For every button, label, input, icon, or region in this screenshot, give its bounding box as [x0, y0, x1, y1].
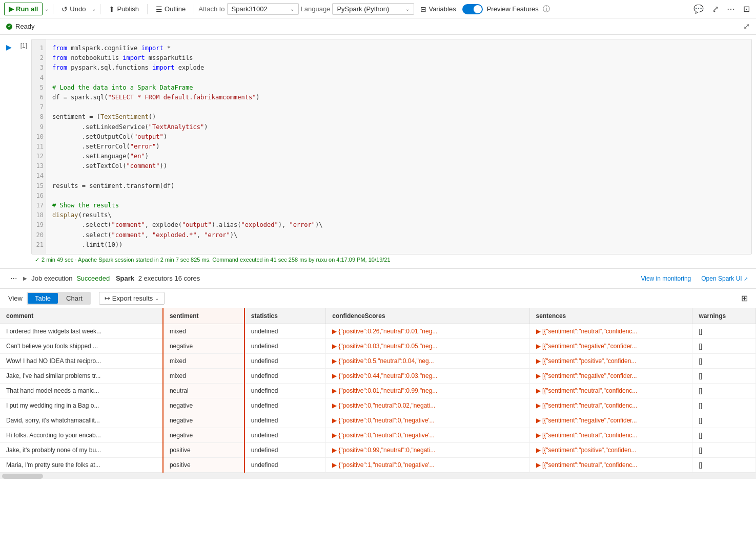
cell-sentiment: negative	[163, 338, 244, 353]
open-spark-ui-label: Open Spark UI	[701, 275, 742, 282]
view-tab-group: Table Chart	[27, 292, 91, 305]
cell-warnings: []	[692, 428, 756, 442]
undo-button[interactable]: ↺ Undo	[57, 3, 90, 15]
cell-statistics: undefined	[244, 413, 326, 428]
code-text[interactable]: from mmlspark.cognitive import * from no…	[46, 39, 751, 254]
cell-confidence-scores[interactable]: ▶ {"positive":0.5,"neutral":0.04,"neg...	[326, 353, 529, 368]
publish-icon: ⬆	[109, 5, 115, 13]
cell-sentences[interactable]: ▶ [{"sentiment":"negative","confider...	[529, 413, 692, 428]
layout-icon-button[interactable]: ⊡	[741, 2, 752, 16]
cell-comment: Wow! I had NO IDEA that recipro...	[0, 353, 163, 368]
cell-statistics: undefined	[244, 428, 326, 442]
variables-button[interactable]: ⊟ Variables	[416, 3, 460, 15]
divider-1	[53, 4, 53, 14]
language-label: Language	[301, 5, 331, 13]
cell-sentences[interactable]: ▶ [{"sentiment":"neutral","confidenc...	[529, 457, 692, 472]
scroll-thumb[interactable]	[2, 474, 43, 479]
cell-confidence-scores[interactable]: ▶ {"positive":0,"neutral":0,"negative'..…	[326, 428, 529, 442]
table-row: Jake, it's probably none of my bu...posi…	[0, 442, 756, 457]
cell-sentiment: mixed	[163, 324, 244, 338]
execution-output: ✓ 2 min 49 sec · Apache Spark session st…	[0, 255, 756, 264]
table-row: Wow! I had NO IDEA that recipro...mixedu…	[0, 353, 756, 368]
cell-sentences[interactable]: ▶ [{"sentiment":"negative","confider...	[529, 338, 692, 353]
execution-text: 2 min 49 sec · Apache Spark session star…	[42, 257, 391, 263]
cell-comment: I ordered three widgets last week...	[0, 324, 163, 338]
job-more-button[interactable]: ···	[8, 272, 19, 285]
outline-button[interactable]: ☰ Outline	[152, 3, 190, 15]
publish-button[interactable]: ⬆ Publish	[105, 3, 143, 15]
cell-sentences[interactable]: ▶ [{"sentiment":"neutral","confidenc...	[529, 324, 692, 338]
chart-tab-button[interactable]: Chart	[59, 293, 90, 304]
col-header-sentiment: sentiment	[163, 308, 244, 324]
run-all-button[interactable]: ▶ Run all	[4, 3, 43, 15]
cell-sentences[interactable]: ▶ [{"sentiment":"positive","confiden...	[529, 353, 692, 368]
chevron-attach-icon: ⌄	[290, 6, 294, 12]
table-tab-button[interactable]: Table	[28, 293, 58, 304]
preview-info-icon[interactable]: ⓘ	[543, 5, 550, 14]
open-spark-ui-link[interactable]: Open Spark UI ↗	[701, 275, 748, 282]
cell-comment: Can't believe you fools shipped ...	[0, 338, 163, 353]
cell-confidence-scores[interactable]: ▶ {"positive":0,"neutral":0.02,"negati..…	[326, 398, 529, 413]
cell-sentiment: neutral	[163, 383, 244, 398]
chevron-run-icon[interactable]: ⌄	[45, 6, 49, 12]
more-options-button[interactable]: ⋯	[725, 2, 737, 16]
publish-label: Publish	[117, 5, 139, 13]
view-bar: View Table Chart ↦ Export results ⌄ ⊞	[0, 289, 756, 308]
view-monitoring-link[interactable]: View in monitoring	[641, 275, 691, 282]
table-row: David, sorry, it's whatchamacallit...neg…	[0, 413, 756, 428]
attach-to-label: Attach to	[198, 5, 224, 13]
preview-features-toggle[interactable]: Preview Features ⓘ	[462, 4, 550, 14]
cell-confidence-scores[interactable]: ▶ {"positive":0.26,"neutral":0.01,"neg..…	[326, 324, 529, 338]
cell-run-btn[interactable]: ▶	[4, 41, 14, 53]
chevron-undo-icon[interactable]: ⌄	[92, 6, 96, 12]
attach-to-dropdown[interactable]: Spark31002 ⌄	[227, 3, 299, 15]
cell-sentiment: positive	[163, 457, 244, 472]
language-dropdown[interactable]: PySpark (Python) ⌄	[332, 3, 414, 15]
share-icon-button[interactable]: ⤤	[710, 2, 721, 16]
cell-sentences[interactable]: ▶ [{"sentiment":"positive","confiden...	[529, 442, 692, 457]
status-indicator	[6, 24, 12, 30]
undo-icon: ↺	[62, 5, 68, 13]
horizontal-scrollbar[interactable]	[0, 473, 756, 479]
chat-icon-button[interactable]: 💬	[691, 2, 706, 16]
toggle-track[interactable]	[462, 4, 483, 14]
divider-2	[100, 4, 100, 14]
cell-confidence-scores[interactable]: ▶ {"positive":0.03,"neutral":0.05,"neg..…	[326, 338, 529, 353]
export-results-button[interactable]: ↦ Export results ⌄	[99, 292, 165, 305]
cell-sentiment: mixed	[163, 368, 244, 383]
play-icon: ▶	[9, 5, 14, 13]
cell-sentiment: negative	[163, 398, 244, 413]
table-row: That hand model needs a manic...neutralu…	[0, 383, 756, 398]
cell-confidence-scores[interactable]: ▶ {"positive":0.44,"neutral":0.03,"neg..…	[326, 368, 529, 383]
job-expand-icon[interactable]: ▶	[23, 276, 27, 281]
cell-warnings: []	[692, 398, 756, 413]
status-bar: Ready ⤢	[0, 18, 756, 35]
cell-sentences[interactable]: ▶ [{"sentiment":"neutral","confidenc...	[529, 383, 692, 398]
cell-index: [1]	[16, 39, 31, 49]
cell-warnings: []	[692, 383, 756, 398]
cell-comment: Jake, I've had similar problems tr...	[0, 368, 163, 383]
table-header: comment sentiment statistics confidenceS…	[0, 308, 756, 324]
cell-statistics: undefined	[244, 383, 326, 398]
divider-3	[147, 4, 148, 14]
cell-sentences[interactable]: ▶ [{"sentiment":"negative","confider...	[529, 368, 692, 383]
cell-confidence-scores[interactable]: ▶ {"positive":0.01,"neutral":0.99,"neg..…	[326, 383, 529, 398]
cell-sentences[interactable]: ▶ [{"sentiment":"neutral","confidenc...	[529, 398, 692, 413]
cell-warnings: []	[692, 442, 756, 457]
cell-comment: Jake, it's probably none of my bu...	[0, 442, 163, 457]
code-editor[interactable]: 123456789101112131415161718192021 from m…	[31, 39, 752, 255]
notebook-cell: ▶ [1] 123456789101112131415161718192021 …	[0, 35, 756, 269]
cell-confidence-scores[interactable]: ▶ {"positive":0.99,"neutral":0,"negati..…	[326, 442, 529, 457]
cell-confidence-scores[interactable]: ▶ {"positive":1,"neutral":0,"negative'..…	[326, 457, 529, 472]
cell-statistics: undefined	[244, 338, 326, 353]
cell-warnings: []	[692, 353, 756, 368]
cell-confidence-scores[interactable]: ▶ {"positive":0,"neutral":0,"negative'..…	[326, 413, 529, 428]
cell-comment: Maria, I'm pretty sure the folks at...	[0, 457, 163, 472]
cell-sentences[interactable]: ▶ [{"sentiment":"neutral","confidenc...	[529, 428, 692, 442]
expand-icon[interactable]: ⤢	[743, 22, 750, 31]
grid-layout-button[interactable]: ⊞	[741, 293, 748, 303]
cell-comment: I put my wedding ring in a Bag o...	[0, 398, 163, 413]
cell-sentiment: negative	[163, 428, 244, 442]
job-succeeded: Succeeded	[76, 274, 110, 282]
line-numbers: 123456789101112131415161718192021	[32, 39, 46, 254]
